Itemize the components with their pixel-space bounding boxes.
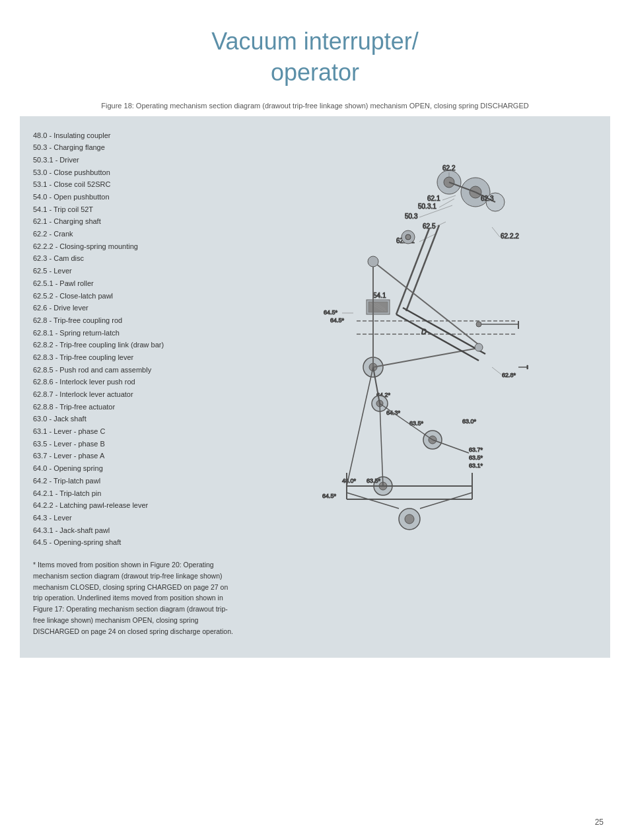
legend-item: 50.3 - Charging flange [33,141,238,154]
svg-text:54.1: 54.1 [373,292,386,299]
svg-point-80 [405,514,414,524]
svg-text:62.2.2: 62.2.2 [501,232,519,240]
svg-text:62.8*: 62.8* [502,372,516,378]
page-header: Vacuum interrupter/operator [0,0,630,102]
page-number: 25 [595,818,604,827]
legend-item: 64.5 - Opening-spring shaft [33,536,238,549]
svg-point-71 [475,343,483,351]
legend-item: 54.0 - Open pushbutton [33,191,238,203]
svg-marker-64 [527,365,528,369]
svg-text:50.3.1: 50.3.1 [418,203,437,210]
legend-item: 62.2 - Crank [33,228,238,240]
svg-point-62 [476,322,481,327]
svg-text:63.7*: 63.7* [469,446,483,453]
figure-caption: Figure 18: Operating mechanism section d… [0,102,630,116]
legend-item: 63.1 - Lever - phase C [33,425,238,438]
legend-item: 63.5 - Lever - phase B [33,438,238,450]
svg-text:48.0*: 48.0* [342,477,357,484]
legend-item: 48.0 - Insulating coupler [33,129,238,142]
diagram-column: 62.2 50.3.1 50.3 62.3 62.1 62.5 62. [244,129,597,645]
svg-text:62.1: 62.1 [427,195,440,202]
legend-item: 64.3.1 - Jack-shaft pawl [33,524,238,537]
legend-item: 64.2.2 - Latching pawl-release lever [33,499,238,512]
legend-item: 62.8.5 - Push rod and cam assembly [33,364,238,376]
legend-item: 62.8.6 - Interlock lever push rod [33,376,238,388]
legend-column: 48.0 - Insulating coupler50.3 - Charging… [33,129,238,645]
legend-item: 62.5.1 - Pawl roller [33,277,238,290]
legend-item: 54.1 - Trip coil 52T [33,203,238,216]
svg-point-70 [368,256,378,267]
svg-text:64.5*: 64.5* [324,309,338,316]
content-area: 48.0 - Insulating coupler50.3 - Charging… [20,116,610,658]
svg-text:63.0*: 63.0* [462,418,477,425]
svg-text:64.5*: 64.5* [322,493,337,499]
legend-item: 64.2 - Trip-latch pawl [33,475,238,487]
legend-item: 62.8 - Trip-free coupling rod [33,314,238,327]
legend-item: 62.2.2 - Closing-spring mounting [33,240,238,253]
legend-item: 62.8.8 - Trip-free actuator [33,401,238,413]
legend-note: * Items moved from position shown in Fig… [33,559,238,637]
legend-item: 62.8.1 - Spring return-latch [33,327,238,339]
legend-item: 64.2.1 - Trip-latch pin [33,487,238,500]
page-title: Vacuum interrupter/operator [40,26,590,88]
svg-text:D: D [421,328,427,335]
legend-item: 62.8.3 - Trip-free coupling lever [33,351,238,364]
legend-item: 62.8.7 - Interlock lever actuator [33,388,238,401]
legend-item: 53.1 - Close coil 52SRC [33,178,238,191]
svg-point-73 [405,234,411,240]
legend-item: 62.1 - Charging shaft [33,215,238,228]
svg-text:62.2: 62.2 [442,164,456,172]
legend-item: 62.6 - Drive lever [33,302,238,314]
svg-text:62.3: 62.3 [481,195,494,202]
svg-text:63.1*: 63.1* [469,462,483,469]
svg-text:63.5*: 63.5* [469,454,483,461]
legend-item: 63.7 - Lever - phase A [33,450,238,462]
legend-item: 50.3.1 - Driver [33,154,238,166]
legend-item: 62.5 - Lever [33,265,238,277]
legend-item: 53.0 - Close pushbutton [33,166,238,179]
mechanism-diagram: 62.2 50.3.1 50.3 62.3 62.1 62.5 62. [244,129,528,578]
legend-item: 62.3 - Cam disc [33,252,238,265]
svg-text:50.3: 50.3 [405,213,418,220]
legend-item: 63.0 - Jack shaft [33,413,238,425]
legend-item: 62.8.2 - Trip-free coupling link (draw b… [33,339,238,351]
svg-text:63.5*: 63.5* [367,477,381,484]
legend-item: 64.3 - Lever [33,512,238,524]
legend-item: 62.5.2 - Close-latch pawl [33,290,238,302]
legend-item: 64.0 - Opening spring [33,462,238,475]
svg-rect-31 [368,302,388,312]
svg-text:64.5*: 64.5* [330,317,345,324]
